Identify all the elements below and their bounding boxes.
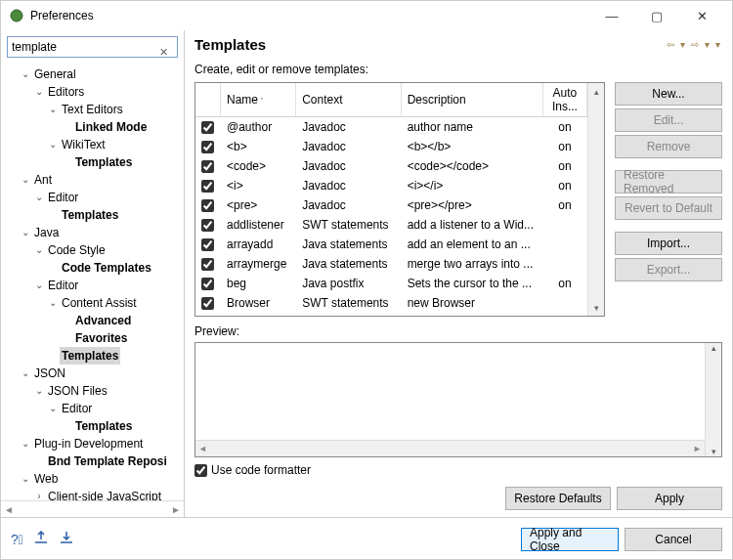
preview-hscrollbar[interactable]: ◄► — [195, 440, 705, 456]
templates-table[interactable]: Name˅ Context Description Auto Ins... @a… — [194, 82, 605, 317]
cancel-button[interactable]: Cancel — [625, 528, 722, 551]
tree-item[interactable]: Bnd Template Reposi — [5, 452, 184, 470]
table-row[interactable]: BrowserSWT statementsnew Browser — [195, 293, 587, 313]
tree-item[interactable]: ⌄Plug-in Development — [5, 435, 184, 452]
tree-item[interactable]: ⌄Content Assist — [5, 294, 184, 312]
minimize-button[interactable]: — — [589, 1, 634, 30]
apply-button[interactable]: Apply — [617, 487, 722, 510]
tree-item[interactable]: Templates — [5, 347, 184, 365]
tree-collapse-icon[interactable]: ⌄ — [32, 83, 46, 101]
maximize-button[interactable]: ▢ — [634, 1, 679, 30]
column-auto[interactable]: Auto Ins... — [542, 83, 586, 117]
tree-expand-icon[interactable]: › — [32, 488, 46, 500]
table-row[interactable]: <pre>Javadoc<pre></pre>on — [195, 195, 587, 215]
export-prefs-icon[interactable] — [59, 531, 74, 547]
tree-label[interactable]: Client-side JavaScript — [46, 488, 163, 500]
tree-item[interactable]: Advanced — [5, 312, 184, 329]
row-checkbox[interactable] — [201, 278, 214, 290]
tree-collapse-icon[interactable]: ⌄ — [19, 65, 32, 83]
column-context[interactable]: Context — [296, 83, 401, 117]
tree-collapse-icon[interactable]: ⌄ — [19, 171, 32, 189]
tree-collapse-icon[interactable]: ⌄ — [46, 400, 60, 417]
row-checkbox[interactable] — [201, 219, 214, 232]
table-row[interactable]: <code>Javadoc<code></code>on — [195, 156, 587, 176]
tree-label[interactable]: Editor — [46, 189, 80, 206]
clear-filter-icon[interactable]: ✕ — [159, 46, 168, 59]
forward-icon[interactable]: ⇨ — [689, 39, 701, 50]
tree-item[interactable]: ⌄Editor — [5, 400, 184, 417]
tree-label[interactable]: Content Assist — [60, 294, 139, 312]
tree-label[interactable]: JSON Files — [46, 382, 109, 400]
row-checkbox[interactable] — [201, 121, 214, 134]
table-row[interactable]: begJava postfixSets the cursor to the ..… — [195, 274, 587, 293]
remove-button[interactable]: Remove — [615, 135, 722, 158]
close-button[interactable]: ✕ — [679, 1, 724, 30]
tree-collapse-icon[interactable]: ⌄ — [32, 241, 46, 259]
tree-item[interactable]: ⌄Editors — [5, 83, 184, 101]
tree-label[interactable]: Java — [32, 224, 61, 241]
tree-label[interactable]: Advanced — [73, 312, 133, 329]
column-check[interactable] — [195, 83, 221, 117]
row-checkbox[interactable] — [201, 199, 214, 212]
column-name[interactable]: Name˅ — [221, 83, 296, 117]
revert-button[interactable]: Revert to Default — [615, 196, 722, 220]
tree-label[interactable]: Web — [32, 470, 60, 488]
tree-collapse-icon[interactable]: ⌄ — [46, 294, 60, 312]
tree-label[interactable]: Templates — [73, 417, 134, 435]
column-description[interactable]: Description — [401, 83, 542, 117]
tree-collapse-icon[interactable]: ⌄ — [19, 470, 32, 488]
tree-label[interactable]: Templates — [60, 206, 120, 224]
tree-label[interactable]: Templates — [60, 347, 120, 365]
menu-dropdown-icon[interactable]: ▾ — [713, 39, 722, 50]
tree-item[interactable]: ⌄JSON — [5, 365, 184, 382]
edit-button[interactable]: Edit... — [615, 108, 722, 132]
tree-label[interactable]: Editor — [60, 400, 94, 417]
tree-label[interactable]: Ant — [32, 171, 54, 189]
row-checkbox[interactable] — [201, 160, 214, 173]
tree-label[interactable]: Code Templates — [60, 259, 153, 277]
row-checkbox[interactable] — [201, 141, 214, 153]
tree-hscrollbar[interactable]: ◄► — [1, 500, 184, 517]
back-dropdown-icon[interactable]: ▾ — [678, 39, 687, 50]
tree-collapse-icon[interactable]: ⌄ — [46, 136, 60, 153]
tree-item[interactable]: Templates — [5, 417, 184, 435]
tree-item[interactable]: ⌄Editor — [5, 189, 184, 206]
import-button[interactable]: Import... — [615, 232, 722, 255]
preference-tree[interactable]: ⌄General⌄Editors⌄Text EditorsLinked Mode… — [1, 64, 184, 500]
tree-label[interactable]: JSON — [32, 365, 67, 382]
tree-label[interactable]: Text Editors — [60, 101, 125, 118]
tree-item[interactable]: Code Templates — [5, 259, 184, 277]
tree-item[interactable]: ⌄Java — [5, 224, 184, 241]
restore-defaults-button[interactable]: Restore Defaults — [505, 487, 611, 510]
forward-dropdown-icon[interactable]: ▾ — [703, 39, 711, 50]
export-button[interactable]: Export... — [615, 258, 722, 281]
tree-collapse-icon[interactable]: ⌄ — [46, 101, 60, 118]
tree-label[interactable]: WikiText — [60, 136, 108, 153]
tree-collapse-icon[interactable]: ⌄ — [19, 365, 32, 382]
tree-item[interactable]: ⌄Editor — [5, 277, 184, 294]
apply-close-button[interactable]: Apply and Close — [521, 528, 619, 551]
table-row[interactable]: arraymergeJava statementsmerge two array… — [195, 254, 587, 274]
row-checkbox[interactable] — [201, 238, 214, 251]
preview-vscrollbar[interactable]: ▴ ▾ — [705, 343, 721, 456]
row-checkbox[interactable] — [201, 180, 214, 193]
import-prefs-icon[interactable] — [33, 531, 49, 547]
tree-item[interactable]: ⌄General — [5, 65, 184, 83]
tree-item[interactable]: Favorites — [5, 329, 184, 347]
table-row[interactable]: addlistenerSWT statementsadd a listener … — [195, 215, 587, 235]
tree-collapse-icon[interactable]: ⌄ — [32, 189, 46, 206]
tree-collapse-icon[interactable]: ⌄ — [19, 224, 32, 241]
tree-item[interactable]: Linked Mode — [5, 118, 184, 136]
table-row[interactable]: ButtonSWT statementsnew Button — [195, 313, 587, 317]
tree-item[interactable]: ⌄Web — [5, 470, 184, 488]
tree-label[interactable]: Code Style — [46, 241, 108, 259]
tree-item[interactable]: ⌄Text Editors — [5, 101, 184, 118]
tree-item[interactable]: ⌄Code Style — [5, 241, 184, 259]
row-checkbox[interactable] — [201, 258, 214, 271]
row-checkbox[interactable] — [201, 297, 214, 310]
filter-input[interactable] — [7, 36, 178, 58]
table-row[interactable]: <i>Javadoc<i></i>on — [195, 176, 587, 195]
tree-item[interactable]: ⌄Ant — [5, 171, 184, 189]
tree-item[interactable]: ⌄WikiText — [5, 136, 184, 153]
tree-label[interactable]: General — [32, 65, 78, 83]
